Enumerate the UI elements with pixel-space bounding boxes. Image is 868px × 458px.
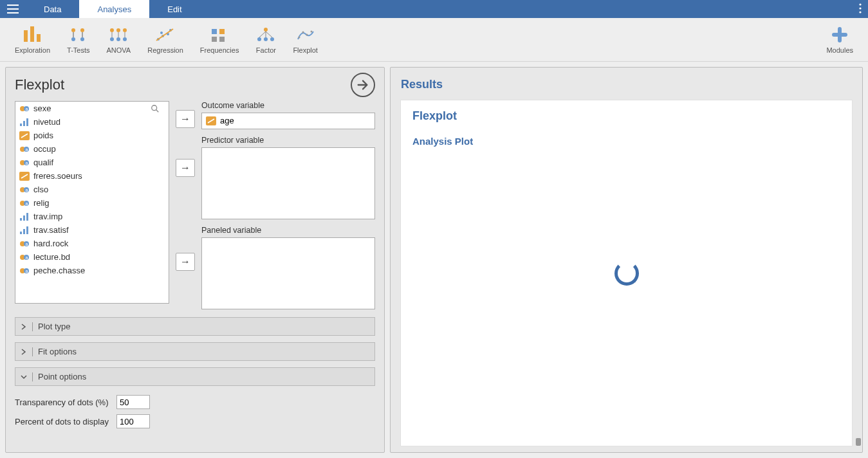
arrow-right-icon	[356, 78, 370, 92]
percent-input[interactable]	[116, 414, 150, 428]
variable-name: clso	[33, 185, 48, 194]
svg-text:a: a	[26, 201, 28, 206]
svg-point-31	[264, 28, 268, 32]
svg-point-39	[302, 31, 304, 33]
svg-point-41	[310, 30, 312, 32]
variable-item[interactable]: aclso	[15, 183, 169, 196]
svg-point-10	[80, 37, 84, 41]
ttest-icon	[68, 26, 89, 43]
outcome-value: age	[220, 116, 234, 125]
chevron-right-icon	[21, 324, 27, 330]
svg-line-37	[266, 32, 272, 37]
svg-rect-29	[212, 37, 217, 42]
variable-item[interactable]: asexe	[15, 102, 169, 115]
overflow-menu-button[interactable]	[858, 1, 863, 18]
variable-item[interactable]: apeche.chasse	[15, 264, 169, 277]
ribbon-modules[interactable]: Modules	[818, 18, 862, 61]
ribbon-anova[interactable]: ANOVA	[98, 18, 140, 61]
hide-options-button[interactable]	[351, 73, 375, 97]
variable-item[interactable]: trav.satisf	[15, 223, 169, 237]
tab-analyses[interactable]: Analyses	[79, 0, 149, 18]
variable-name: poids	[33, 131, 53, 140]
variable-name: trav.imp	[33, 212, 62, 221]
ribbon-factor[interactable]: Factor	[247, 18, 284, 61]
ordinal-icon	[19, 118, 30, 127]
svg-rect-49	[26, 118, 28, 126]
ribbon-label: Flexplot	[293, 46, 318, 54]
svg-point-33	[264, 37, 268, 41]
ribbon-label: T-Tests	[67, 46, 89, 54]
results-canvas: Flexplot Analysis Plot	[401, 100, 852, 446]
section-point-options-header[interactable]: Point options	[15, 368, 374, 385]
variable-item[interactable]: ahard.rock	[15, 237, 169, 250]
ribbon-label: Regression	[147, 46, 183, 54]
regression-icon	[155, 26, 176, 43]
chevron-down-icon	[21, 374, 27, 380]
point-options-body: Transparency of dots (%) Percent of dots…	[15, 386, 375, 434]
nominal-icon: a	[19, 239, 30, 248]
paneled-target[interactable]	[201, 237, 375, 309]
transparency-input[interactable]	[116, 395, 150, 409]
ribbon-regression[interactable]: Regression	[139, 18, 192, 61]
svg-rect-4	[30, 26, 34, 42]
variable-item[interactable]: poids	[15, 129, 169, 142]
variable-item[interactable]: freres.soeurs	[15, 169, 169, 183]
variable-name: sexe	[33, 104, 51, 113]
ribbon-frequencies[interactable]: Frequencies	[192, 18, 248, 61]
svg-rect-5	[37, 34, 41, 42]
variable-item[interactable]: aoccup	[15, 142, 169, 156]
ordinal-icon	[19, 226, 30, 235]
section-plot-type-header[interactable]: Plot type	[15, 318, 374, 335]
variable-item[interactable]: alecture.bd	[15, 250, 169, 264]
svg-rect-48	[23, 121, 25, 126]
svg-point-6	[71, 28, 75, 32]
svg-line-26	[156, 29, 173, 41]
variable-supplier-list[interactable]: asexenivetudpoidsaoccupaqualiffreres.soe…	[15, 101, 169, 304]
ribbon-label: Modules	[826, 46, 853, 54]
results-scrollbar[interactable]	[856, 74, 861, 446]
analysis-config-panel: Flexplot asexenivetudpoidsaoccupaqualiff…	[5, 67, 385, 453]
svg-text:a: a	[26, 188, 28, 192]
ribbon: Exploration T-Tests ANOVA Regression Fre…	[0, 18, 868, 62]
svg-rect-67	[20, 232, 22, 234]
section-point-options: Point options	[15, 367, 375, 386]
assign-outcome-button[interactable]: →	[176, 110, 195, 128]
svg-rect-64	[20, 218, 22, 221]
ribbon-flexplot[interactable]: Flexplot	[284, 18, 326, 61]
variable-item[interactable]: nivetud	[15, 115, 169, 129]
assign-paneled-button[interactable]: →	[176, 253, 195, 271]
svg-line-35	[259, 32, 266, 37]
svg-point-32	[257, 37, 261, 41]
paneled-label: Paneled variable	[201, 226, 375, 235]
section-fit-options-header[interactable]: Fit options	[15, 343, 374, 360]
main-menu-button[interactable]	[0, 0, 26, 18]
variable-item[interactable]: arelig	[15, 196, 169, 210]
svg-point-12	[110, 28, 114, 32]
variable-name: freres.soeurs	[33, 171, 82, 181]
svg-point-19	[123, 37, 127, 41]
variable-name: qualif	[33, 158, 53, 167]
results-title: Results	[401, 78, 852, 91]
kebab-icon	[859, 3, 862, 14]
assign-predictor-button[interactable]: →	[176, 159, 195, 177]
svg-text:a: a	[26, 269, 28, 273]
variable-item[interactable]: aqualif	[15, 156, 169, 169]
ribbon-label: Frequencies	[200, 46, 239, 54]
tab-edit[interactable]: Edit	[149, 0, 199, 18]
tab-data[interactable]: Data	[26, 0, 79, 18]
svg-rect-30	[219, 37, 225, 42]
ribbon-ttests[interactable]: T-Tests	[59, 18, 98, 61]
variable-item[interactable]: trav.imp	[15, 210, 169, 223]
ribbon-exploration[interactable]: Exploration	[6, 18, 59, 61]
menubar: Data Analyses Edit	[0, 0, 868, 18]
outcome-target[interactable]: age	[201, 113, 375, 129]
continuous-icon	[19, 172, 30, 181]
nominal-icon: a	[19, 199, 30, 208]
frequencies-icon	[209, 26, 230, 43]
config-title: Flexplot	[15, 77, 64, 93]
svg-point-7	[71, 37, 75, 41]
nominal-icon: a	[19, 253, 30, 262]
outcome-chip[interactable]: age	[203, 114, 373, 127]
predictor-target[interactable]	[201, 147, 375, 219]
svg-text:a: a	[26, 107, 28, 111]
